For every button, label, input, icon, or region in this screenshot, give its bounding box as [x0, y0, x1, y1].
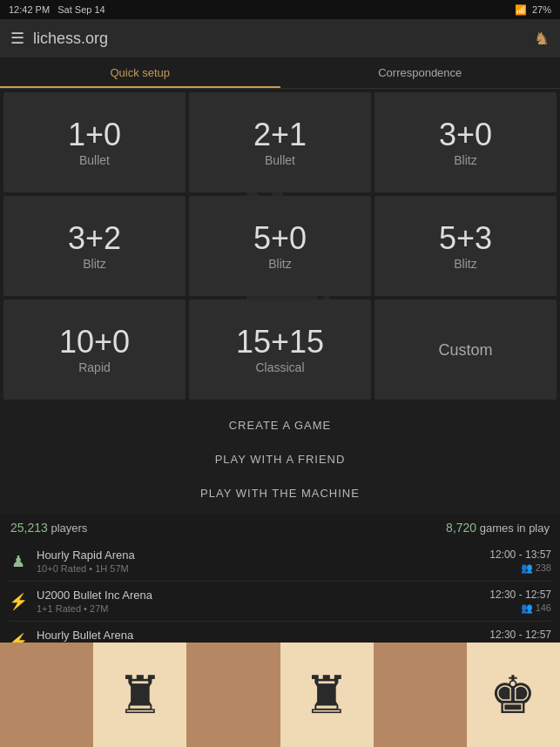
- tournament-time-range: 12:30 - 12:57: [489, 629, 551, 641]
- tournament-players-count: 👥 146: [489, 602, 551, 614]
- play-friend-button[interactable]: PLAY WITH A FRIEND: [0, 442, 560, 476]
- cell-time: 1+0: [68, 118, 121, 152]
- status-bar-time-date: 12:42 PM Sat Sep 14: [9, 4, 105, 15]
- tournament-players-count: 👥 238: [489, 562, 551, 574]
- cell-time: 5+0: [253, 221, 307, 256]
- play-machine-button[interactable]: PLAY WITH THE MACHINE: [0, 476, 560, 510]
- game-cell-bullet-1-0[interactable]: 1+0 Bullet: [3, 92, 186, 192]
- tournament-name: U2000 Bullet Inc Arena: [37, 589, 489, 602]
- wifi-icon: 📶: [515, 4, 527, 16]
- status-date: Sat Sep 14: [57, 4, 105, 15]
- action-buttons: CREATE A GAMEPLAY WITH A FRIENDPLAY WITH…: [0, 403, 560, 514]
- game-cell-bullet-2-1[interactable]: 2+1 Bullet: [189, 92, 371, 192]
- game-cell-custom[interactable]: Custom: [374, 299, 557, 400]
- tournament-details: 1+1 Rated • 27M: [37, 603, 489, 614]
- tabs-container: Quick setup Correspondence: [0, 57, 560, 89]
- cell-time: 5+3: [439, 221, 492, 256]
- cell-time: 15+15: [236, 325, 324, 360]
- game-cell-blitz-3-0[interactable]: 3+0 Blitz: [374, 92, 557, 192]
- games-count: 8,720: [446, 521, 476, 535]
- site-title: lichess.org: [33, 30, 108, 48]
- cell-mode: Custom: [438, 341, 492, 360]
- tab-correspondence[interactable]: Correspondence: [280, 57, 561, 88]
- status-bar: 12:42 PM Sat Sep 14 📶 27%: [0, 0, 560, 19]
- tournament-time-range: 12:30 - 12:57: [489, 589, 551, 601]
- tournament-item-u2000-bullet-inc-arena[interactable]: ⚡ U2000 Bullet Inc Arena 1+1 Rated • 27M…: [9, 582, 551, 622]
- players-label: players: [51, 522, 87, 535]
- game-grid: 1+0 Bullet2+1 Bullet3+0 Blitz3+2 Blitz5+…: [3, 92, 557, 400]
- tournament-details: 10+0 Rated • 1H 57M: [37, 563, 489, 574]
- board-cell-0: [0, 643, 93, 747]
- tournament-icon: ♟: [9, 552, 28, 571]
- tab-quick-setup[interactable]: Quick setup: [0, 57, 280, 88]
- cell-time: 3+0: [439, 118, 492, 152]
- board-cell-4: [374, 643, 467, 747]
- stats-bar: 25,213 players 8,720 games in play: [0, 514, 560, 542]
- cell-time: 10+0: [59, 325, 130, 360]
- tournament-name: Hourly Rapid Arena: [37, 548, 489, 562]
- board-cell-3: ♜: [280, 643, 374, 747]
- tournament-time-range: 12:00 - 13:57: [489, 548, 551, 561]
- cell-time: 3+2: [68, 221, 121, 256]
- cell-mode: Blitz: [454, 257, 476, 271]
- cell-mode: Bullet: [79, 153, 110, 167]
- game-cell-classical-15-15[interactable]: 15+15 Classical: [189, 299, 371, 400]
- cell-mode: Blitz: [268, 257, 291, 271]
- cell-mode: Blitz: [454, 153, 476, 167]
- game-grid-container: ♞ 1+0 Bullet2+1 Bullet3+0 Blitz3+2 Blitz…: [0, 89, 560, 403]
- cell-mode: Bullet: [265, 153, 295, 167]
- menu-button[interactable]: ☰: [10, 29, 24, 48]
- cell-time: 2+1: [253, 118, 307, 152]
- tournament-item-hourly-rapid-arena[interactable]: ♟ Hourly Rapid Arena 10+0 Rated • 1H 57M…: [9, 542, 551, 582]
- header-chess-icon: ♞: [534, 28, 550, 49]
- create-game-button[interactable]: CREATE A GAME: [0, 408, 560, 442]
- tournament-info: U2000 Bullet Inc Arena 1+1 Rated • 27M: [37, 589, 489, 614]
- games-label: games in play: [480, 522, 550, 535]
- game-cell-blitz-5-0[interactable]: 5+0 Blitz: [189, 196, 371, 296]
- battery-level: 27%: [532, 4, 551, 15]
- cell-mode: Rapid: [78, 360, 111, 374]
- players-count: 25,213: [10, 521, 48, 535]
- status-time: 12:42 PM: [9, 4, 50, 15]
- chess-board-strip: ♜♜♚: [0, 643, 560, 747]
- tournament-name: Hourly Bullet Arena: [37, 629, 489, 642]
- tournament-icon: ⚡: [9, 592, 28, 611]
- tournament-time-info: 12:00 - 13:57 👥 238: [489, 548, 551, 574]
- game-cell-blitz-5-3[interactable]: 5+3 Blitz: [374, 196, 557, 296]
- cell-mode: Classical: [255, 360, 304, 374]
- games-stat: 8,720 games in play: [446, 521, 550, 535]
- tournament-info: Hourly Rapid Arena 10+0 Rated • 1H 57M: [37, 548, 489, 574]
- board-cell-2: [186, 643, 280, 747]
- tournament-time-info: 12:30 - 12:57 👥 146: [489, 589, 551, 614]
- header-left: ☰ lichess.org: [10, 29, 108, 48]
- game-cell-blitz-3-2[interactable]: 3+2 Blitz: [3, 196, 186, 296]
- header: ☰ lichess.org ♞: [0, 19, 560, 57]
- board-cell-5: ♚: [467, 643, 560, 747]
- players-stat: 25,213 players: [10, 521, 87, 535]
- cell-mode: Blitz: [83, 257, 105, 271]
- game-cell-rapid-10-0[interactable]: 10+0 Rapid: [3, 299, 186, 400]
- board-cell-1: ♜: [93, 643, 186, 747]
- status-bar-right: 📶 27%: [515, 4, 551, 16]
